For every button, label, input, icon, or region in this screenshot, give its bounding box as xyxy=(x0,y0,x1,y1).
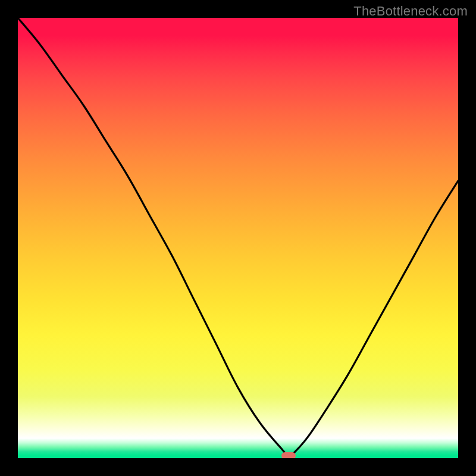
attribution-label: TheBottleneck.com xyxy=(353,4,468,19)
bottleneck-curve xyxy=(18,18,458,458)
plot-area xyxy=(18,18,458,458)
optimal-marker xyxy=(281,452,296,458)
chart-frame: TheBottleneck.com xyxy=(0,0,476,476)
curve-path xyxy=(18,18,458,456)
